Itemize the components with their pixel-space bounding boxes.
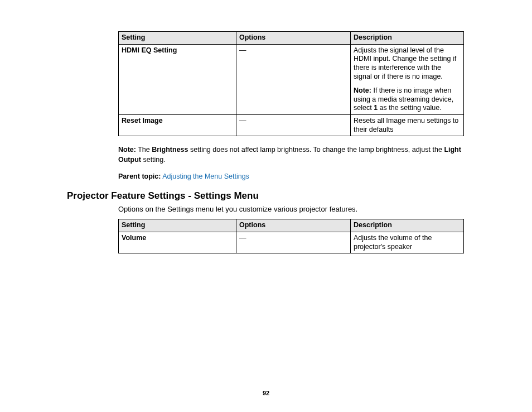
note-part3: setting.	[141, 156, 166, 164]
table2-row0-setting: Volume	[119, 232, 236, 253]
table1-header-options: Options	[236, 32, 351, 45]
parent-topic: Parent topic: Adjusting the Menu Setting…	[118, 173, 465, 180]
note-bold1: Brightness	[152, 146, 188, 154]
table-row: Volume — Adjusts the volume of the proje…	[119, 232, 464, 253]
page-number: 92	[0, 390, 532, 396]
note-label: Note:	[118, 146, 136, 154]
table1-row1-description: Resets all Image menu settings to their …	[351, 115, 464, 136]
note-part1: The	[136, 146, 152, 154]
table2-header-setting: Setting	[119, 219, 236, 232]
table1-row1-options: —	[236, 115, 351, 136]
parent-topic-link[interactable]: Adjusting the Menu Settings	[162, 173, 249, 180]
table1-header-setting: Setting	[119, 32, 236, 45]
table2-header-options: Options	[236, 219, 351, 232]
table2-row0-description: Adjusts the volume of the projector's sp…	[351, 232, 464, 253]
settings-table-2: Setting Options Description Volume — Adj…	[118, 219, 464, 253]
table-row: HDMI EQ Setting — Adjusts the signal lev…	[119, 44, 464, 114]
parent-topic-label: Parent topic:	[118, 173, 161, 180]
table2-header-description: Description	[351, 219, 464, 232]
section-intro: Options on the Settings menu let you cus…	[118, 205, 465, 213]
section-heading: Projector Feature Settings - Settings Me…	[67, 190, 465, 202]
settings-table-1: Setting Options Description HDMI EQ Sett…	[118, 31, 464, 136]
note-part2: setting does not affect lamp brightness.…	[188, 146, 444, 154]
table1-row0-options: —	[236, 44, 351, 114]
table1-header-description: Description	[351, 32, 464, 45]
table1-row0-description: Adjusts the signal level of the HDMI inp…	[351, 44, 464, 114]
table2-row0-options: —	[236, 232, 351, 253]
table1-row0-desc-p1: Adjusts the signal level of the HDMI inp…	[354, 46, 461, 82]
note-label: Note:	[354, 87, 371, 94]
note-text-2: as the setting value.	[378, 104, 442, 112]
table1-row1-setting: Reset Image	[119, 115, 236, 136]
table-row: Reset Image — Resets all Image menu sett…	[119, 115, 464, 136]
table1-row0-setting: HDMI EQ Setting	[119, 44, 236, 114]
table1-row0-desc-note: Note: If there is no image when using a …	[354, 87, 461, 113]
brightness-note: Note: The Brightness setting does not af…	[118, 145, 464, 165]
